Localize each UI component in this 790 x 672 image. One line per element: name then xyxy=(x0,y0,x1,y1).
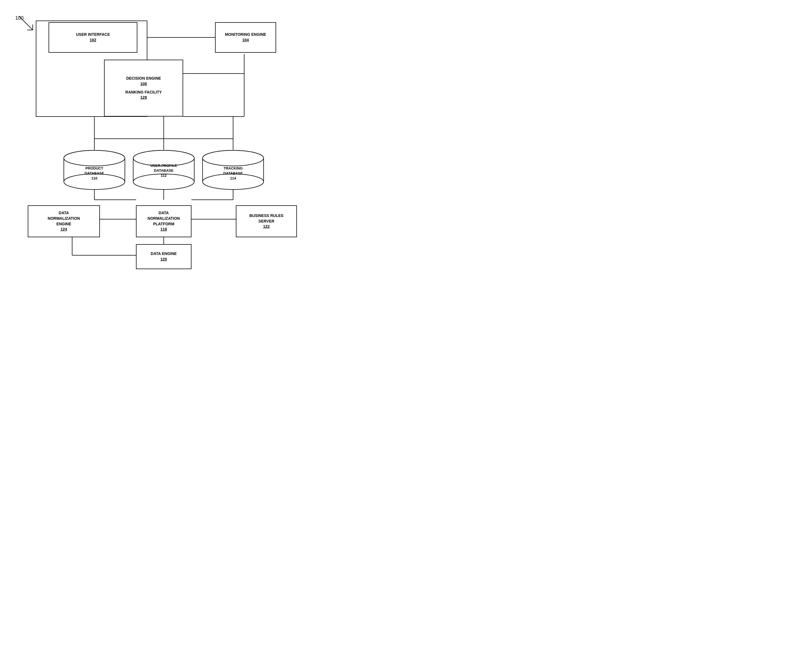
business-rules-server-number: 122 xyxy=(263,224,269,229)
decision-engine-number: 108 xyxy=(141,81,147,87)
user-interface-box: USER INTERFACE 102 xyxy=(48,22,138,53)
monitoring-engine-label: MONITORING ENGINE xyxy=(225,32,266,37)
decision-engine-label: DECISION ENGINE xyxy=(126,76,161,81)
data-engine-box: DATA ENGINE 120 xyxy=(136,244,192,269)
business-rules-server-box: BUSINESS RULESSERVER 122 xyxy=(236,205,297,237)
data-engine-number: 120 xyxy=(160,257,167,262)
ranking-facility-number: 128 xyxy=(141,95,147,101)
data-normalization-engine-box: DATANORMALIZATIONENGINE 124 xyxy=(28,205,100,237)
data-normalization-platform-box: DATANORMALIZATIONPLATFORM 118 xyxy=(136,205,192,237)
ranking-facility-label: RANKING FACILITY xyxy=(125,90,162,95)
svg-line-0 xyxy=(19,16,33,30)
data-normalization-platform-number: 118 xyxy=(160,227,167,232)
diagram: 100 xyxy=(0,0,333,283)
tracking-database-number: 114 xyxy=(200,176,266,181)
monitoring-engine-number: 104 xyxy=(242,37,249,43)
product-database-cylinder: PRODUCTDATABASE 110 xyxy=(61,150,128,190)
ref-arrow-icon xyxy=(19,16,35,33)
data-engine-label: DATA ENGINE xyxy=(151,251,177,257)
decision-engine-box: DECISION ENGINE 108 RANKING FACILITY 128 xyxy=(104,60,183,117)
user-profile-database-number: 112 xyxy=(130,173,197,178)
data-normalization-platform-label: DATANORMALIZATIONPLATFORM xyxy=(148,210,180,227)
monitoring-engine-box: MONITORING ENGINE 104 xyxy=(215,22,276,53)
product-database-number: 110 xyxy=(61,176,128,181)
user-profile-database-cylinder: USER PROFILEDATABASE 112 xyxy=(130,150,197,190)
data-normalization-engine-label: DATANORMALIZATIONENGINE xyxy=(48,210,80,227)
user-interface-number: 102 xyxy=(90,37,96,43)
business-rules-server-label: BUSINESS RULESSERVER xyxy=(249,213,284,224)
svg-point-41 xyxy=(203,150,264,166)
tracking-database-label: TRACKINGDATABASE xyxy=(200,166,266,176)
user-interface-label: USER INTERFACE xyxy=(76,32,110,37)
tracking-database-cylinder: TRACKINGDATABASE 114 xyxy=(200,150,266,190)
svg-point-29 xyxy=(64,150,125,166)
product-database-label: PRODUCTDATABASE xyxy=(61,166,128,176)
user-profile-database-label: USER PROFILEDATABASE xyxy=(130,163,197,173)
data-normalization-engine-number: 124 xyxy=(61,227,67,232)
